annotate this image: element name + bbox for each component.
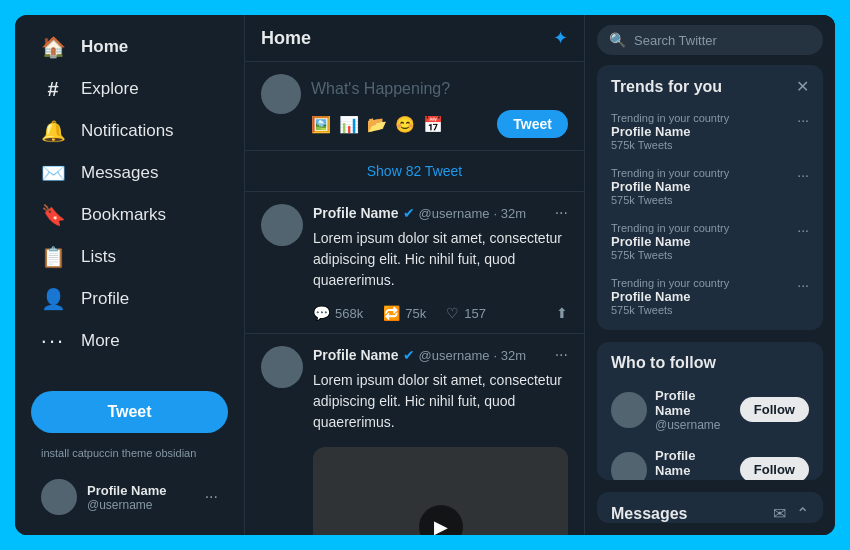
- tweet-button[interactable]: Tweet: [31, 391, 228, 433]
- trend-options-icon[interactable]: ···: [789, 167, 809, 183]
- verified-icon: ✔: [403, 205, 415, 221]
- person-icon: 👤: [41, 287, 65, 311]
- sidebar-item-label: Notifications: [81, 121, 174, 141]
- follow-name: Profile Name: [655, 388, 732, 418]
- trend-options-icon[interactable]: ···: [789, 222, 809, 238]
- tweet-options[interactable]: ···: [555, 346, 568, 364]
- sidebar-item-notifications[interactable]: 🔔 Notifications: [31, 111, 228, 151]
- main-feed: Home ✦ What's Happening? 🖼️ 📊 📂 😊 📅 Twee…: [245, 15, 585, 535]
- follow-button[interactable]: Follow: [740, 397, 809, 422]
- sidebar-item-lists[interactable]: 📋 Lists: [31, 237, 228, 277]
- tweet-username: @username: [419, 206, 490, 221]
- follow-name: Profile Name: [655, 448, 732, 478]
- home-icon: 🏠: [41, 35, 65, 59]
- mail-icon: ✉️: [41, 161, 65, 185]
- follow-button[interactable]: Follow: [740, 457, 809, 480]
- follow-item[interactable]: Profile Name @username Follow: [597, 440, 823, 480]
- poll-icon[interactable]: 📂: [367, 115, 387, 134]
- avatar: [611, 392, 647, 428]
- trend-item[interactable]: Trending in your country Profile Name 57…: [597, 104, 823, 159]
- sparkle-icon[interactable]: ✦: [553, 27, 568, 49]
- play-button[interactable]: ▶: [419, 505, 463, 535]
- more-icon: ···: [41, 329, 65, 353]
- tweet-header: Profile Name ✔ @username · 32m ··· Lorem…: [261, 346, 568, 439]
- schedule-icon[interactable]: 📅: [423, 115, 443, 134]
- sidebar-item-messages[interactable]: ✉️ Messages: [31, 153, 228, 193]
- follow-info: Profile Name @username: [655, 388, 732, 432]
- follow-title: Who to follow: [611, 354, 716, 372]
- trend-left: Trending in your country Profile Name 57…: [611, 222, 789, 261]
- sidebar-item-label: Explore: [81, 79, 139, 99]
- collapse-icon[interactable]: ⌃: [796, 504, 809, 523]
- trend-options-icon[interactable]: ···: [789, 277, 809, 293]
- tweet-body: Lorem ipsum dolor sit amet, consectetur …: [313, 228, 568, 291]
- gif-icon[interactable]: 📊: [339, 115, 359, 134]
- compose-message-icon[interactable]: ✉: [773, 504, 786, 523]
- trend-item[interactable]: Trending in your country Profile Name 57…: [597, 269, 823, 324]
- retweet-stat[interactable]: 🔁 75k: [383, 305, 426, 321]
- profile-info: Profile Name @username: [87, 483, 195, 512]
- sidebar-item-label: Bookmarks: [81, 205, 166, 225]
- comment-icon: 💬: [313, 305, 330, 321]
- sidebar-item-bookmarks[interactable]: 🔖 Bookmarks: [31, 195, 228, 235]
- retweet-count: 75k: [405, 306, 426, 321]
- compose-actions: 🖼️ 📊 📂 😊 📅 Tweet: [311, 110, 568, 138]
- trend-left: Trending in your country Profile Name 57…: [611, 277, 789, 316]
- search-icon: 🔍: [609, 32, 626, 48]
- sidebar-item-profile[interactable]: 👤 Profile: [31, 279, 228, 319]
- like-count: 157: [464, 306, 486, 321]
- verified-icon: ✔: [403, 347, 415, 363]
- trend-item[interactable]: Trending in your country Profile Name 57…: [597, 214, 823, 269]
- like-stat[interactable]: ♡ 157: [446, 305, 486, 321]
- sidebar-item-explore[interactable]: # Explore: [31, 69, 228, 109]
- profile-username: @username: [87, 498, 195, 512]
- sidebar-profile[interactable]: Profile Name @username ···: [31, 471, 228, 523]
- tweet-card-video[interactable]: Profile Name ✔ @username · 32m ··· Lorem…: [245, 334, 584, 535]
- sidebar-item-more[interactable]: ··· More: [31, 321, 228, 361]
- compose-placeholder[interactable]: What's Happening?: [311, 74, 568, 104]
- trend-item[interactable]: Trending in your country Profile Name 57…: [597, 159, 823, 214]
- search-input[interactable]: [634, 33, 811, 48]
- messages-header: Messages ✉ ⌃: [597, 492, 823, 523]
- profile-more-dots[interactable]: ···: [205, 488, 218, 506]
- tweet-name: Profile Name: [313, 205, 399, 221]
- explore-icon: #: [41, 77, 65, 101]
- follow-header: Who to follow: [597, 342, 823, 380]
- sidebar-item-label: More: [81, 331, 120, 351]
- sidebar-item-label: Home: [81, 37, 128, 57]
- right-panel: 🔍 Trends for you ✕ Trending in your coun…: [585, 15, 835, 535]
- comment-stat[interactable]: 💬 568k: [313, 305, 363, 321]
- heart-icon: ♡: [446, 305, 459, 321]
- bell-icon: 🔔: [41, 119, 65, 143]
- follow-item[interactable]: Profile Name @username Follow: [597, 380, 823, 440]
- feed-content: What's Happening? 🖼️ 📊 📂 😊 📅 Tweet Show …: [245, 62, 584, 535]
- avatar: [611, 452, 647, 480]
- emoji-icon[interactable]: 😊: [395, 115, 415, 134]
- share-icon[interactable]: ⬆: [556, 305, 568, 321]
- tweet-time: · 32m: [494, 348, 527, 363]
- trends-section: Trends for you ✕ Trending in your countr…: [597, 65, 823, 330]
- app-container: 🏠 Home # Explore 🔔 Notifications ✉️ Mess…: [15, 15, 835, 535]
- trend-options-icon[interactable]: ···: [789, 112, 809, 128]
- feed-header: Home ✦: [245, 15, 584, 62]
- trend-left: Trending in your country Profile Name 57…: [611, 112, 789, 151]
- tweet-avatar: [261, 204, 303, 246]
- tweet-meta: Profile Name ✔ @username · 32m ···: [313, 204, 568, 222]
- compose-tweet-button[interactable]: Tweet: [497, 110, 568, 138]
- show-tweets-bar[interactable]: Show 82 Tweet: [245, 151, 584, 192]
- sidebar: 🏠 Home # Explore 🔔 Notifications ✉️ Mess…: [15, 15, 245, 535]
- avatar: [41, 479, 77, 515]
- messages-title: Messages: [611, 505, 688, 523]
- sidebar-item-label: Profile: [81, 289, 129, 309]
- trend-item[interactable]: Trending in your country Profile Name 57…: [597, 324, 823, 330]
- image-icon[interactable]: 🖼️: [311, 115, 331, 134]
- close-icon[interactable]: ✕: [796, 77, 809, 96]
- sidebar-item-home[interactable]: 🏠 Home: [31, 27, 228, 67]
- tweet-options[interactable]: ···: [555, 204, 568, 222]
- tweet-stats: 💬 568k 🔁 75k ♡ 157 ⬆: [313, 305, 568, 321]
- tweet-card[interactable]: Profile Name ✔ @username · 32m ··· Lorem…: [245, 192, 584, 334]
- list-icon: 📋: [41, 245, 65, 269]
- compose-avatar: [261, 74, 301, 114]
- trends-title: Trends for you: [611, 78, 722, 96]
- compose-right: What's Happening? 🖼️ 📊 📂 😊 📅 Tweet: [311, 74, 568, 138]
